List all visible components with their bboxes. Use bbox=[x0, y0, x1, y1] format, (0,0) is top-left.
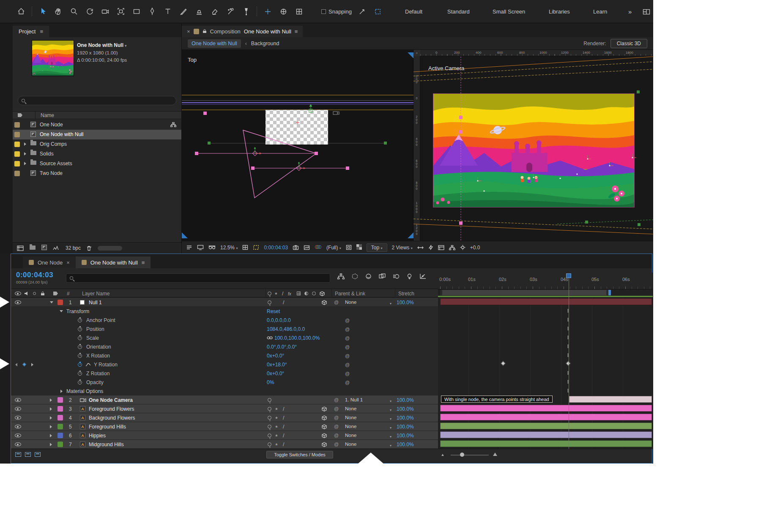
pixel-aspect-icon[interactable] bbox=[417, 245, 424, 250]
previous-keyframe-icon[interactable] bbox=[15, 360, 17, 369]
expander-icon[interactable] bbox=[50, 298, 53, 307]
snap-to-frame-icon[interactable] bbox=[373, 6, 383, 16]
view-select[interactable]: Top bbox=[367, 243, 387, 252]
snapping-checkbox[interactable] bbox=[321, 9, 326, 14]
layer-color-swatch[interactable] bbox=[57, 442, 63, 447]
eye-icon[interactable] bbox=[15, 425, 21, 428]
duration-bar-midground-hills[interactable] bbox=[440, 440, 652, 447]
workspace-overflow[interactable]: » bbox=[628, 0, 632, 23]
project-settings-icon[interactable] bbox=[53, 246, 60, 251]
stopwatch-icon[interactable] bbox=[78, 327, 82, 331]
toggle-switches-modes-button[interactable]: Toggle Switches / Modes bbox=[266, 451, 333, 458]
brainstorm-icon[interactable] bbox=[407, 273, 412, 279]
preview-timecode[interactable]: 0:00:04:03 bbox=[264, 245, 288, 251]
stopwatch-icon[interactable] bbox=[78, 371, 82, 376]
stopwatch-icon-active[interactable] bbox=[78, 363, 82, 367]
parent-select[interactable]: None bbox=[345, 415, 357, 420]
expand-transfer-controls-icon[interactable] bbox=[25, 452, 31, 457]
layer-name[interactable]: Midground Hills bbox=[89, 440, 124, 449]
project-search[interactable] bbox=[18, 96, 176, 105]
new-composition-icon[interactable] bbox=[41, 245, 47, 251]
property-row-orientation[interactable]: Orientation 0.0°,0.0°,0.0° bbox=[11, 342, 438, 351]
frame-blending-icon[interactable] bbox=[379, 273, 386, 279]
layer-row-foreground-flowers[interactable]: 3 Foreground Flowers None 100.0% bbox=[11, 404, 438, 413]
project-item-one-node-with-null[interactable]: One Node with Null bbox=[13, 130, 181, 139]
expander-icon[interactable] bbox=[50, 413, 52, 422]
motion-blur-column-icon[interactable] bbox=[304, 292, 308, 295]
layer-name[interactable]: One Node Camera bbox=[89, 396, 133, 404]
expand-layer-switches-icon[interactable] bbox=[15, 452, 21, 457]
current-time-display[interactable]: 0:00:04:03 00099 (24.00 fps) bbox=[16, 271, 53, 284]
property-row-y-rotation[interactable]: Y Rotation 0x+18.0° bbox=[11, 360, 438, 369]
duration-bar-background-flowers[interactable] bbox=[440, 414, 652, 420]
roto-brush-tool[interactable] bbox=[225, 6, 235, 16]
expander-icon[interactable] bbox=[60, 307, 63, 316]
transparency-grid-icon[interactable] bbox=[356, 244, 362, 251]
layer-name[interactable]: Foreground Hills bbox=[89, 422, 126, 431]
property-value[interactable]: 0x+0.0° bbox=[267, 351, 284, 360]
expander-icon[interactable] bbox=[50, 404, 52, 413]
expander-icon[interactable] bbox=[50, 440, 52, 449]
stopwatch-icon[interactable] bbox=[78, 380, 82, 385]
layer-row-null-1[interactable]: 1 Null 1 None 100.0% bbox=[11, 298, 438, 307]
zoom-in-mountain-icon[interactable] bbox=[493, 453, 497, 456]
new-folder-icon[interactable] bbox=[30, 245, 36, 251]
video-preview-icon[interactable] bbox=[197, 245, 204, 250]
eye-icon[interactable] bbox=[15, 398, 21, 402]
solo-column-icon[interactable] bbox=[33, 292, 36, 295]
property-name[interactable]: Scale bbox=[86, 333, 99, 342]
hide-shy-layers-icon[interactable] bbox=[365, 273, 372, 279]
quality-icon[interactable] bbox=[283, 415, 284, 421]
type-tool[interactable] bbox=[163, 6, 173, 16]
workspace-standard[interactable]: Standard bbox=[447, 0, 470, 23]
quality-icon[interactable] bbox=[283, 433, 284, 439]
graph-editor-icon[interactable] bbox=[419, 273, 426, 279]
eye-icon[interactable] bbox=[15, 300, 21, 304]
duration-bar-hippies[interactable] bbox=[440, 431, 652, 438]
property-name[interactable]: Y Rotation bbox=[94, 360, 118, 369]
property-value[interactable]: 0.0,0.0,0.0 bbox=[267, 316, 291, 325]
layer-row-foreground-hills[interactable]: 5 Foreground Hills None 100.0% bbox=[11, 422, 438, 431]
eye-icon[interactable] bbox=[15, 434, 21, 437]
3d-layer-icon[interactable] bbox=[322, 413, 327, 422]
trash-icon[interactable] bbox=[87, 246, 92, 251]
chevron-down-icon[interactable] bbox=[390, 407, 391, 412]
property-value[interactable]: 0.0°,0.0°,0.0° bbox=[267, 342, 297, 351]
3d-layer-icon[interactable] bbox=[322, 422, 327, 431]
property-group-name[interactable]: Transform bbox=[66, 307, 89, 316]
workspace-default[interactable]: Default bbox=[405, 0, 422, 23]
renderer-button[interactable]: Classic 3D bbox=[610, 39, 647, 48]
view-layout-select[interactable]: 2 Views bbox=[392, 245, 413, 251]
timeline-search-input[interactable] bbox=[76, 276, 326, 281]
close-tab-icon[interactable] bbox=[187, 28, 190, 35]
layer-color-swatch[interactable] bbox=[57, 433, 63, 438]
property-value[interactable]: 100.0,100.0,100.0% bbox=[274, 333, 320, 342]
pick-whip-icon[interactable] bbox=[334, 432, 339, 438]
parent-select[interactable]: None bbox=[345, 406, 357, 411]
tab-project[interactable]: Project bbox=[13, 26, 49, 37]
link-dimensions-icon[interactable] bbox=[267, 333, 273, 342]
chevron-down-icon[interactable] bbox=[390, 398, 391, 404]
project-item-source-assets[interactable]: Source Assets bbox=[13, 159, 181, 169]
reset-link[interactable]: Reset bbox=[267, 307, 280, 316]
stretch-column-header[interactable]: Stretch bbox=[398, 289, 414, 298]
pick-whip-icon[interactable] bbox=[345, 326, 350, 332]
chevron-down-icon[interactable] bbox=[390, 415, 391, 421]
local-axis-mode-icon[interactable] bbox=[263, 6, 273, 16]
pick-whip-icon[interactable] bbox=[345, 344, 350, 350]
property-name[interactable]: Z Rotation bbox=[86, 369, 109, 378]
name-column-header[interactable]: Name bbox=[41, 112, 54, 118]
chevron-down-icon[interactable] bbox=[390, 433, 391, 439]
project-list-header[interactable]: Name bbox=[13, 111, 181, 119]
stretch-value[interactable]: 100.0% bbox=[397, 396, 414, 404]
av-target-icon[interactable] bbox=[268, 434, 271, 437]
expander-icon[interactable] bbox=[24, 152, 26, 156]
region-of-interest-icon[interactable] bbox=[253, 245, 259, 250]
lock-icon[interactable] bbox=[203, 28, 207, 35]
property-name[interactable]: Orientation bbox=[86, 342, 111, 351]
keyframe-diamond[interactable] bbox=[566, 361, 570, 366]
camera-tool[interactable] bbox=[100, 6, 110, 16]
breadcrumb-current[interactable]: One Node with Null bbox=[188, 39, 241, 48]
panel-menu-icon[interactable] bbox=[295, 28, 298, 35]
stretch-value[interactable]: 100.0% bbox=[397, 431, 414, 440]
